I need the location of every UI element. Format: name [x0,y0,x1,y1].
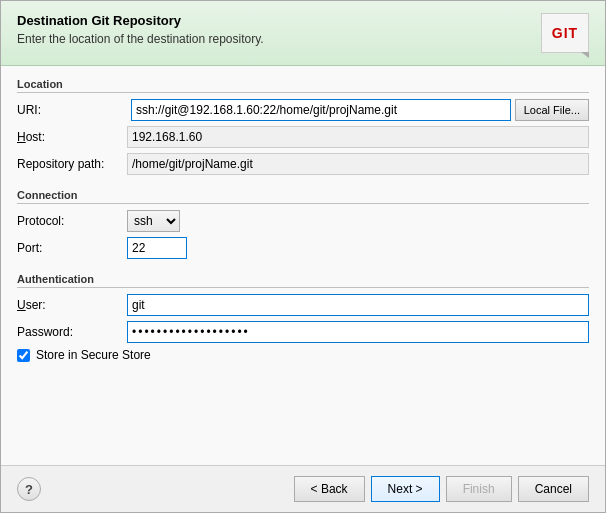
connection-section-title: Connection [17,189,589,204]
password-label: Password: [17,325,127,339]
password-row: Password: [17,321,589,343]
next-button[interactable]: Next > [371,476,440,502]
user-row: User: [17,294,589,316]
authentication-section: Authentication User: Password: Store in … [17,273,589,362]
user-input[interactable] [127,294,589,316]
dialog-title: Destination Git Repository [17,13,264,28]
location-section-title: Location [17,78,589,93]
help-button[interactable]: ? [17,477,41,501]
host-label: Host: [17,130,127,144]
local-file-button[interactable]: Local File... [515,99,589,121]
host-value: 192.168.1.60 [127,126,589,148]
secure-store-row: Store in Secure Store [17,348,589,362]
port-input[interactable] [127,237,187,259]
repo-path-value: /home/git/projName.git [127,153,589,175]
host-row: Host: 192.168.1.60 [17,126,589,148]
secure-store-label[interactable]: Store in Secure Store [36,348,151,362]
cancel-button[interactable]: Cancel [518,476,589,502]
dialog-footer: ? < Back Next > Finish Cancel [1,465,605,512]
main-content: Location URI: Local File... Host: 192.16… [1,66,605,465]
uri-row: URI: Local File... [17,99,589,121]
password-input[interactable] [127,321,589,343]
header-text: Destination Git Repository Enter the loc… [17,13,264,46]
repo-path-row: Repository path: /home/git/projName.git [17,153,589,175]
back-button[interactable]: < Back [294,476,365,502]
protocol-label: Protocol: [17,214,127,228]
finish-button[interactable]: Finish [446,476,512,502]
uri-input[interactable] [131,99,511,121]
port-label: Port: [17,241,127,255]
repo-path-label: Repository path: [17,157,127,171]
protocol-select[interactable]: ssh http https git [127,210,180,232]
secure-store-checkbox[interactable] [17,349,30,362]
port-row: Port: [17,237,589,259]
authentication-section-title: Authentication [17,273,589,288]
dialog-subtitle: Enter the location of the destination re… [17,32,264,46]
git-icon: GIT [541,13,589,53]
connection-section: Connection Protocol: ssh http https git … [17,189,589,259]
footer-left: ? [17,477,41,501]
footer-buttons: < Back Next > Finish Cancel [294,476,589,502]
dialog-header: Destination Git Repository Enter the loc… [1,1,605,66]
protocol-row: Protocol: ssh http https git [17,210,589,232]
user-label: User: [17,298,127,312]
uri-label: URI: [17,103,127,117]
location-section: Location URI: Local File... Host: 192.16… [17,78,589,175]
